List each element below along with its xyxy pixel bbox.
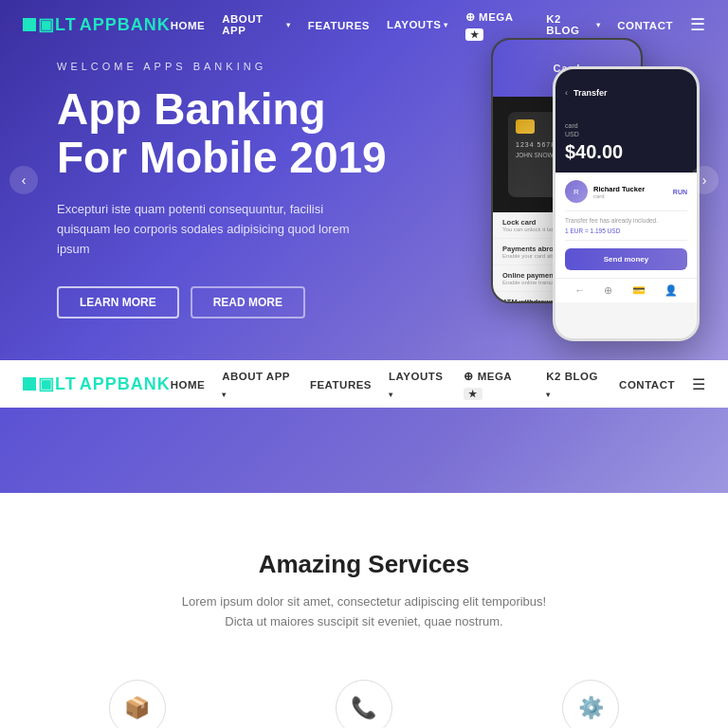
back-icon[interactable]: ‹ (565, 88, 568, 98)
front-nav-icon4[interactable]: 👤 (664, 284, 678, 297)
nav-menu: HOME ABOUT APP ▾ FEATURES LAYOUTS ▾ ⊕ ME… (171, 8, 705, 42)
card-chip (516, 119, 535, 134)
card-label: card (565, 122, 579, 129)
phone-mockups: Card 1234 5678 9101 2534 JOHN SNOW 09/20 (377, 28, 700, 332)
usd-label: USD (565, 131, 579, 137)
sticky-navbar-wrapper: ▣LT APPBANK HOME ABOUT APP ▾ FEATURES LA… (0, 360, 728, 408)
service-card-setup: ⚙️ Easy setup process Sed libero odio ph… (492, 680, 690, 728)
hero-title: App BankingFor Mobile 2019 (57, 85, 387, 181)
sticky-logo-lt: ▣LT (38, 373, 77, 394)
hero-welcome-text: WELCOME APPS BANKING (57, 61, 387, 72)
sticky-nav-contact[interactable]: CONTACT (619, 375, 675, 392)
nav-item-mega[interactable]: ⊕ MEGA ★ (465, 8, 529, 42)
rate-text: 1 EUR = 1.195 USD (565, 228, 687, 234)
nav-item-home[interactable]: HOME (171, 16, 206, 33)
logo[interactable]: ▣LT APPBANK (23, 14, 171, 35)
transfer-amount-section: card USD $40.00 (555, 117, 697, 173)
services-title: Amazing Services (38, 550, 690, 579)
hero-description: Excepturi iste quam potenti consequuntur… (57, 200, 360, 259)
divider (565, 210, 687, 211)
read-more-button[interactable]: READ MORE (191, 286, 305, 318)
front-nav-icon3[interactable]: 💳 (632, 284, 646, 297)
sticky-nav-home[interactable]: HOME (171, 375, 206, 392)
services-section: Amazing Services Lorem ipsum dolor sit a… (0, 493, 728, 728)
transfer-body: R Richard Tucker card RUN Transfer fee h… (555, 173, 697, 278)
purple-decorative-strip (0, 408, 728, 493)
logo-appbank: APPBANK (80, 15, 171, 35)
nav-item-contact[interactable]: CONTACT (617, 16, 673, 33)
nav-item-k2blog[interactable]: K2 BLOG ▾ (546, 13, 600, 36)
sticky-logo-appbank: APPBANK (80, 374, 171, 394)
sticky-nav-layouts[interactable]: LAYOUTS ▾ (389, 367, 446, 401)
phone-transfer-header: ‹ Transfer (555, 69, 697, 117)
nav-item-layouts[interactable]: LAYOUTS ▾ (387, 19, 448, 30)
sticky-navbar: ▣LT APPBANK HOME ABOUT APP ▾ FEATURES LA… (0, 360, 728, 408)
recipient-row: R Richard Tucker card RUN (565, 180, 687, 203)
hero-buttons: LEARN MORE READ MORE (57, 286, 387, 318)
service-card-installation: 📦 Installation Guide Sed libero odio pha… (38, 680, 236, 728)
logo-icon (23, 18, 36, 31)
transfer-amount: $40.00 (565, 141, 623, 163)
divider2 (565, 240, 687, 241)
recipient-avatar: R (565, 180, 588, 203)
transfer-header-text: Transfer (573, 88, 608, 98)
recipient-sub: card (593, 193, 645, 199)
logo-lt: ▣LT (38, 14, 77, 35)
sticky-nav-about[interactable]: ABOUT APP ▾ (222, 367, 293, 401)
services-grid: 📦 Installation Guide Sed libero odio pha… (38, 680, 690, 728)
front-nav-icon2[interactable]: ⊕ (604, 284, 612, 297)
sticky-hamburger[interactable]: ☰ (692, 375, 705, 393)
recipient-name: Richard Tucker (593, 185, 645, 193)
service-card-support: 📞 Live call support Sed libero odio phas… (264, 680, 463, 728)
support-icon: 📞 (336, 680, 392, 728)
nav-item-about[interactable]: ABOUT APP ▾ (222, 13, 291, 36)
nav-item-features[interactable]: FEATURES (308, 16, 370, 33)
hamburger-menu[interactable]: ☰ (690, 14, 705, 35)
prev-slide-button[interactable]: ‹ (9, 166, 38, 194)
installation-icon: 📦 (109, 680, 166, 728)
hero-content: WELCOME APPS BANKING App BankingFor Mobi… (57, 61, 387, 318)
services-description: Lorem ipsum dolor sit amet, consectetur … (38, 592, 690, 632)
sticky-logo-icon (23, 377, 36, 391)
phone-front-bottom-bar: ← ⊕ 💳 👤 (555, 278, 697, 302)
front-nav-icon1[interactable]: ← (574, 284, 585, 297)
sticky-nav-features[interactable]: FEATURES (310, 375, 372, 392)
top-navbar: ▣LT APPBANK HOME ABOUT APP ▾ FEATURES LA… (0, 0, 728, 49)
phone-transfer: ‹ Transfer card USD $40.00 (553, 66, 700, 341)
run-link[interactable]: RUN (673, 189, 687, 195)
sticky-nav-menu: HOME ABOUT APP ▾ FEATURES LAYOUTS ▾ ⊕ ME… (171, 367, 705, 401)
included-text: Transfer fee has already included. (565, 217, 687, 224)
sticky-logo[interactable]: ▣LT APPBANK (23, 373, 171, 394)
learn-more-button[interactable]: LEARN MORE (57, 286, 179, 318)
sticky-nav-k2blog[interactable]: K2 BLOG ▾ (546, 367, 602, 401)
sticky-nav-mega[interactable]: ⊕ MEGA ★ (464, 367, 529, 401)
send-money-button[interactable]: Send money (565, 248, 687, 270)
next-slide-button[interactable]: › (690, 166, 719, 194)
setup-icon: ⚙️ (562, 680, 619, 728)
